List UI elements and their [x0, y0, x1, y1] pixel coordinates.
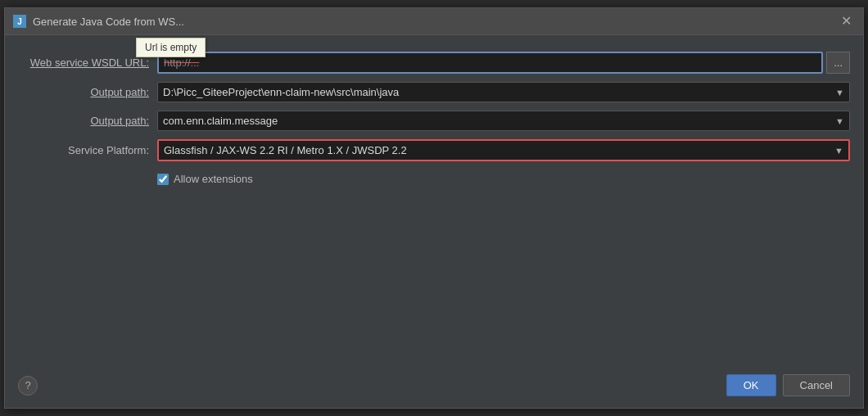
close-button[interactable]: ✕ — [838, 13, 855, 29]
cancel-button[interactable]: Cancel — [783, 374, 850, 396]
package-label[interactable]: Output path: — [18, 115, 149, 127]
platform-dropdown[interactable]: Glassfish / JAX-WS 2.2 RI / Metro 1.X / … — [157, 139, 850, 161]
generate-java-dialog: J Generate Java Code from WS... ✕ Url is… — [4, 7, 864, 409]
title-bar-left: J Generate Java Code from WS... — [13, 15, 184, 28]
package-dropdown-wrapper: com.enn.claim.message ▼ — [157, 111, 850, 131]
url-empty-tooltip: Url is empty — [136, 38, 206, 57]
package-row: Output path: com.enn.claim.message ▼ — [18, 111, 850, 131]
allow-extensions-row: Allow extensions — [157, 173, 850, 185]
platform-dropdown-wrapper: Glassfish / JAX-WS 2.2 RI / Metro 1.X / … — [157, 139, 850, 161]
output-path-label[interactable]: Output path: — [18, 86, 149, 98]
form-area: Web service WSDL URL: ... Output path: D… — [5, 35, 863, 366]
wsdl-label[interactable]: Web service WSDL URL: — [18, 57, 149, 69]
help-button[interactable]: ? — [18, 376, 38, 396]
platform-value: Glassfish / JAX-WS 2.2 RI / Metro 1.X / … — [164, 144, 407, 156]
dialog-icon: J — [13, 15, 26, 28]
ok-button[interactable]: OK — [726, 374, 776, 396]
output-path-arrow-icon: ▼ — [835, 88, 844, 97]
package-value: com.enn.claim.message — [163, 115, 278, 127]
allow-extensions-checkbox[interactable] — [157, 174, 169, 185]
allow-extensions-label: Allow extensions — [174, 173, 253, 185]
output-path-value: D:\Picc_GiteeProject\enn-claim-new\src\m… — [163, 86, 399, 98]
title-bar: J Generate Java Code from WS... ✕ — [5, 8, 863, 35]
dialog-title: Generate Java Code from WS... — [33, 16, 184, 28]
output-path-row: Output path: D:\Picc_GiteeProject\enn-cl… — [18, 82, 850, 102]
output-path-dropdown-wrapper: D:\Picc_GiteeProject\enn-claim-new\src\m… — [157, 82, 850, 102]
dialog-footer: ? OK Cancel — [5, 366, 863, 408]
platform-label: Service Platform: — [18, 144, 149, 156]
package-arrow-icon: ▼ — [835, 116, 844, 126]
platform-row: Service Platform: Glassfish / JAX-WS 2.2… — [18, 139, 850, 161]
platform-arrow-icon: ▼ — [834, 146, 843, 156]
wsdl-input-wrapper: ... — [157, 52, 850, 74]
output-path-dropdown[interactable]: D:\Picc_GiteeProject\enn-claim-new\src\m… — [157, 82, 850, 102]
package-dropdown[interactable]: com.enn.claim.message ▼ — [157, 111, 850, 131]
wsdl-url-input[interactable] — [157, 52, 823, 74]
wsdl-browse-button[interactable]: ... — [826, 52, 850, 74]
